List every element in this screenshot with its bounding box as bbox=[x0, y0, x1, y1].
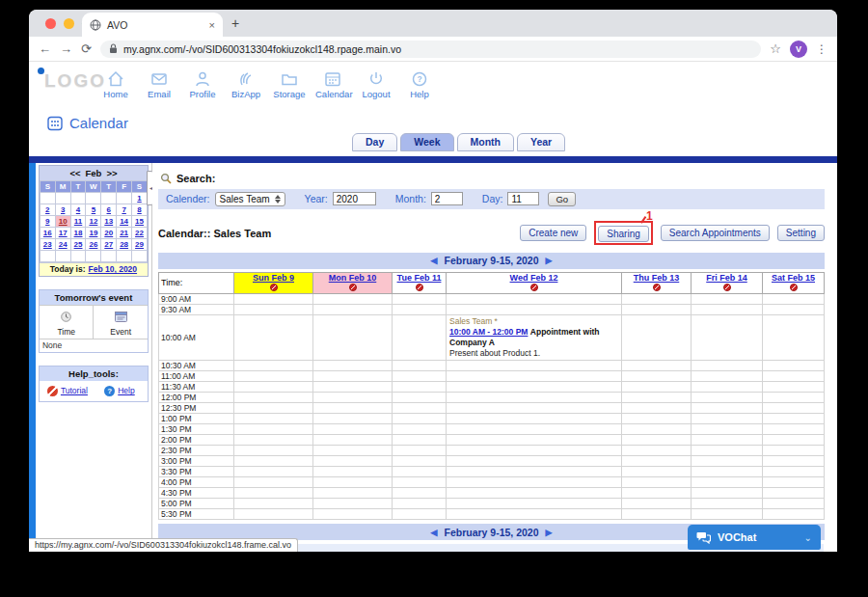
grid-cell[interactable] bbox=[313, 499, 393, 509]
grid-cell[interactable] bbox=[447, 446, 622, 456]
mini-calendar-day[interactable]: 21 bbox=[117, 227, 132, 238]
grid-cell[interactable] bbox=[692, 509, 763, 520]
grid-cell[interactable] bbox=[393, 304, 447, 314]
grid-cell[interactable] bbox=[234, 456, 313, 467]
grid-cell[interactable] bbox=[692, 477, 763, 488]
grid-cell[interactable] bbox=[313, 467, 393, 477]
grid-cell[interactable] bbox=[313, 488, 393, 499]
mini-calendar-day[interactable]: 22 bbox=[132, 227, 148, 238]
mini-calendar-day[interactable]: 1 bbox=[132, 192, 148, 204]
mini-calendar-day-link[interactable]: 11 bbox=[74, 217, 82, 226]
grid-cell[interactable] bbox=[622, 446, 692, 456]
mini-calendar-day[interactable]: 2 bbox=[40, 204, 55, 215]
grid-cell[interactable] bbox=[692, 499, 763, 509]
tab-month[interactable]: Month bbox=[457, 133, 515, 151]
grid-cell[interactable] bbox=[692, 393, 763, 403]
grid-cell[interactable] bbox=[622, 499, 692, 509]
grid-cell[interactable] bbox=[692, 293, 763, 304]
grid-cell[interactable] bbox=[622, 477, 692, 488]
tab-close-icon[interactable]: × bbox=[209, 19, 215, 31]
grid-cell[interactable] bbox=[447, 304, 622, 314]
block-day-icon[interactable] bbox=[653, 284, 661, 291]
nav-item-home[interactable]: Home bbox=[98, 69, 133, 99]
tab-year[interactable]: Year bbox=[517, 133, 565, 151]
mini-calendar-day-link[interactable]: 15 bbox=[135, 217, 144, 226]
browser-tab[interactable]: AVO × bbox=[82, 13, 223, 37]
grid-cell[interactable] bbox=[763, 467, 825, 477]
grid-cell[interactable] bbox=[622, 509, 692, 520]
grid-cell[interactable] bbox=[234, 467, 313, 477]
mini-calendar-day[interactable]: 11 bbox=[70, 215, 86, 227]
grid-cell[interactable] bbox=[393, 371, 447, 382]
grid-cell[interactable] bbox=[692, 361, 763, 371]
mini-calendar-day[interactable]: 27 bbox=[101, 238, 117, 250]
grid-cell[interactable] bbox=[234, 293, 313, 304]
mini-calendar-day-link[interactable]: 18 bbox=[74, 229, 83, 237]
grid-cell[interactable] bbox=[692, 414, 763, 424]
mini-calendar-day[interactable]: 15 bbox=[132, 215, 148, 227]
grid-cell[interactable] bbox=[622, 314, 692, 360]
grid-cell[interactable] bbox=[313, 403, 393, 414]
today-link[interactable]: Feb 10, 2020 bbox=[89, 264, 138, 274]
grid-cell[interactable] bbox=[763, 293, 825, 304]
grid-cell[interactable] bbox=[622, 361, 692, 371]
next-week-button-bottom[interactable]: ▶ bbox=[546, 528, 553, 537]
grid-cell[interactable] bbox=[447, 414, 622, 424]
grid-cell[interactable] bbox=[313, 293, 393, 304]
grid-cell[interactable] bbox=[447, 509, 622, 520]
grid-cell[interactable] bbox=[692, 456, 763, 467]
new-tab-button[interactable]: + bbox=[231, 15, 239, 31]
minimize-window-button[interactable] bbox=[64, 18, 74, 29]
block-day-icon[interactable] bbox=[270, 284, 278, 291]
grid-cell[interactable] bbox=[692, 371, 763, 382]
grid-cell[interactable] bbox=[393, 499, 447, 509]
prev-week-button-bottom[interactable]: ◀ bbox=[431, 528, 438, 537]
grid-cell[interactable] bbox=[692, 446, 763, 456]
grid-cell[interactable] bbox=[763, 456, 825, 467]
mini-calendar-day-link[interactable]: 22 bbox=[135, 229, 144, 237]
grid-cell[interactable] bbox=[447, 467, 622, 477]
mini-calendar-day[interactable]: 28 bbox=[117, 238, 132, 250]
mini-calendar-day-link[interactable]: 9 bbox=[45, 217, 49, 226]
day-link[interactable]: Sat Feb 15 bbox=[763, 273, 824, 283]
grid-cell[interactable] bbox=[692, 467, 763, 477]
prev-month-button[interactable]: << bbox=[69, 168, 80, 178]
grid-cell[interactable] bbox=[313, 314, 393, 360]
grid-cell[interactable] bbox=[692, 403, 763, 414]
grid-cell[interactable] bbox=[313, 414, 393, 424]
grid-cell[interactable] bbox=[763, 414, 825, 424]
help-link-cell[interactable]: ? Help bbox=[94, 386, 146, 396]
go-button[interactable]: Go bbox=[548, 192, 576, 206]
grid-cell[interactable] bbox=[234, 403, 313, 414]
mini-calendar-day[interactable]: 10 bbox=[55, 215, 70, 227]
grid-cell[interactable] bbox=[447, 477, 622, 488]
mini-calendar-day[interactable]: 19 bbox=[86, 227, 101, 238]
day-link[interactable]: Tue Feb 11 bbox=[393, 273, 446, 283]
mini-calendar-day-link[interactable]: 29 bbox=[135, 240, 144, 249]
grid-cell[interactable] bbox=[763, 314, 825, 360]
nav-item-profile[interactable]: Profile bbox=[185, 69, 220, 99]
grid-cell[interactable] bbox=[393, 393, 447, 403]
grid-cell[interactable] bbox=[763, 509, 825, 520]
nav-item-logout[interactable]: Logout bbox=[359, 69, 393, 99]
grid-cell[interactable] bbox=[692, 314, 763, 360]
grid-cell[interactable] bbox=[393, 456, 447, 467]
bookmark-star-icon[interactable]: ☆ bbox=[770, 41, 781, 56]
mini-calendar-day[interactable]: 12 bbox=[86, 215, 101, 227]
mini-calendar-day-link[interactable]: 21 bbox=[120, 229, 128, 237]
mini-calendar-day-link[interactable]: 7 bbox=[122, 205, 125, 214]
grid-cell[interactable] bbox=[622, 371, 692, 382]
grid-cell[interactable] bbox=[447, 488, 622, 499]
mini-calendar-day-link[interactable]: 3 bbox=[61, 205, 65, 214]
mini-calendar-day-link[interactable]: 8 bbox=[137, 205, 141, 214]
mini-calendar-day[interactable]: 9 bbox=[40, 215, 55, 227]
mini-calendar-day-link[interactable]: 17 bbox=[59, 229, 68, 237]
mini-calendar-day[interactable]: 24 bbox=[55, 238, 70, 250]
mini-calendar-day-link[interactable]: 1 bbox=[137, 194, 141, 203]
grid-cell[interactable] bbox=[622, 467, 692, 477]
event-continuation-cell[interactable] bbox=[447, 371, 622, 382]
event-time-link[interactable]: 10:00 AM - 12:00 PM bbox=[449, 327, 528, 337]
reload-button[interactable]: ⟳ bbox=[81, 42, 92, 55]
back-button[interactable]: ← bbox=[39, 42, 51, 55]
grid-cell[interactable] bbox=[313, 477, 393, 488]
